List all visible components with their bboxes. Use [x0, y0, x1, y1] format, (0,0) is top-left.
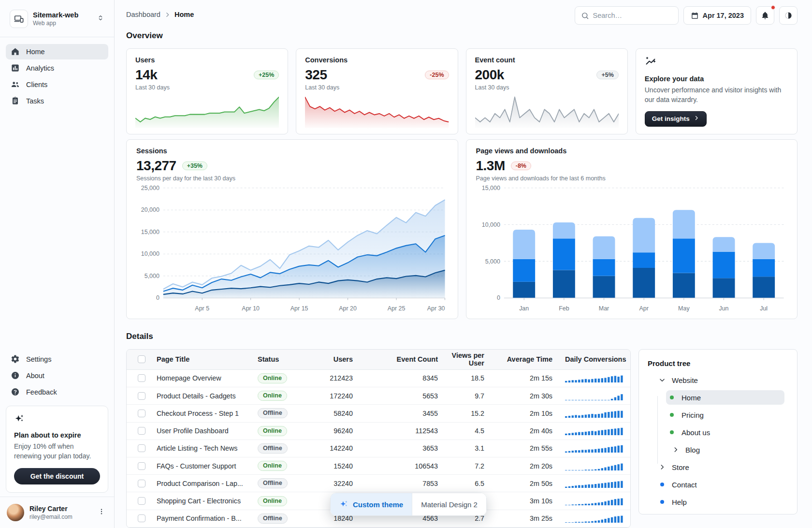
column-header[interactable]: Average Time [488, 355, 556, 363]
sidebar-item-about[interactable]: About [6, 368, 108, 383]
stat-card-conversions[interactable]: Conversions325-25%Last 30 days [296, 48, 458, 134]
cell-event-count: 8345 [357, 374, 442, 382]
dot-icon [670, 396, 674, 399]
cell-users: 212423 [328, 374, 357, 382]
cell-event-count: 3653 [357, 444, 442, 452]
chevron-right-icon [164, 12, 171, 18]
svg-text:10,000: 10,000 [481, 220, 500, 228]
cell-views-per-user: 7.2 [442, 462, 488, 470]
column-header[interactable]: Users [328, 355, 357, 363]
tree-item-label: Website [672, 376, 698, 384]
table-row[interactable]: Product Details - GadgetsOnline172240565… [127, 387, 630, 405]
row-checkbox[interactable] [138, 480, 145, 487]
row-checkbox[interactable] [138, 427, 145, 435]
tree-item-contact[interactable]: Contact [647, 476, 789, 493]
row-checkbox[interactable] [138, 497, 145, 505]
column-header[interactable]: Event Count [357, 355, 442, 363]
table-row[interactable]: Article Listing - Tech NewsOffline142240… [127, 440, 630, 457]
svg-text:15,000: 15,000 [481, 184, 500, 192]
get-insights-button[interactable]: Get insights [645, 111, 707, 127]
search-icon [581, 12, 589, 20]
sidebar-item-settings[interactable]: Settings [6, 352, 108, 367]
sidebar-item-analytics[interactable]: Analytics [6, 60, 108, 76]
table-row[interactable]: User Profile DashboardOnline962401125434… [127, 423, 630, 440]
workspace-name: Sitemark-web [33, 11, 92, 19]
get-discount-button[interactable]: Get the discount [14, 468, 100, 484]
stat-card-value: 325 [305, 67, 327, 83]
tree-item-pricing[interactable]: Pricing [647, 406, 789, 424]
stat-card-users[interactable]: Users14k+25%Last 30 days [126, 48, 288, 134]
table-row[interactable]: Homepage OverviewOnline212423834518.52m … [127, 370, 630, 387]
breadcrumb-dashboard[interactable]: Dashboard [126, 11, 160, 18]
table-row[interactable]: Checkout Process - Step 1Offline58240345… [127, 405, 630, 422]
chevron-down-icon [658, 377, 666, 383]
cell-page-title: Product Comparison - Lap... [157, 480, 245, 487]
cell-views-per-user: 15.2 [442, 410, 488, 417]
chevron-right-icon [658, 464, 666, 470]
cell-status: Online [245, 391, 328, 401]
notifications-button[interactable] [756, 6, 774, 25]
sidebar-item-label: Settings [26, 355, 51, 363]
tree-item-home[interactable]: Home [647, 389, 789, 406]
workspace-type: Web app [33, 20, 92, 27]
stat-card-sparkline [475, 94, 619, 128]
cell-page-title: Homepage Overview [157, 374, 245, 382]
cell-views-per-user: 3.1 [442, 444, 488, 452]
dot-icon [660, 500, 664, 504]
avatar [7, 504, 24, 521]
sidebar-secondary-nav: SettingsAboutFeedback [0, 345, 114, 401]
details-heading: Details [126, 332, 153, 341]
cell-users: 172240 [328, 392, 357, 400]
row-checkbox[interactable] [138, 410, 145, 417]
stat-card-caption: Last 30 days [135, 84, 279, 91]
table-row[interactable]: FAQs - Customer SupportOnline15240106543… [127, 457, 630, 475]
date-picker-button[interactable]: Apr 17, 2023 [683, 6, 751, 25]
daily-conversions-sparkbars [556, 409, 630, 418]
cell-event-count: 106543 [357, 462, 442, 470]
cell-users: 96240 [328, 427, 357, 435]
user-email: riley@email.com [29, 513, 90, 520]
theme-option-custom-theme[interactable]: Custom theme [331, 493, 412, 515]
tree-item-blog[interactable]: Blog [647, 441, 789, 458]
column-header[interactable]: Daily Conversions [556, 355, 630, 363]
select-all-checkbox[interactable] [138, 355, 145, 363]
cell-status: Online [245, 461, 328, 471]
table-row[interactable]: Product Comparison - Lap...Offline322407… [127, 475, 630, 492]
column-header[interactable]: Status [245, 355, 328, 363]
row-checkbox[interactable] [138, 462, 145, 470]
column-header[interactable]: Views per User [442, 352, 488, 367]
dot-icon [670, 413, 674, 417]
plan-expire-card: Plan about to expire Enjoy 10% off when … [6, 406, 108, 493]
sidebar-item-tasks[interactable]: Tasks [6, 93, 108, 109]
sessions-chart-card: Sessions 13,277 +35% Sessions per day fo… [126, 139, 458, 319]
cell-status: Offline [245, 443, 328, 454]
dot-icon [670, 430, 674, 434]
sidebar-item-home[interactable]: Home [6, 44, 108, 59]
sidebar-item-clients[interactable]: Clients [6, 77, 108, 92]
tree-item-store[interactable]: Store [647, 458, 789, 476]
cell-users: 32240 [328, 480, 357, 487]
sidebar-item-label: Clients [26, 81, 47, 88]
pageviews-caption: Page views and downloads for the last 6 … [476, 175, 788, 182]
row-checkbox[interactable] [138, 444, 145, 452]
cell-page-title: Payment Confirmation - B... [157, 514, 245, 522]
stat-card-event-count[interactable]: Event count200k+5%Last 30 days [466, 48, 628, 134]
chevron-right-icon [672, 446, 680, 453]
sidebar-item-feedback[interactable]: Feedback [6, 384, 108, 400]
column-header[interactable]: Page Title [157, 355, 245, 363]
workspace-selector[interactable]: Sitemark-web Web app [6, 6, 108, 32]
cell-event-count: 5653 [357, 392, 442, 400]
row-checkbox[interactable] [138, 392, 145, 400]
dots-vertical-icon[interactable] [96, 506, 107, 519]
row-checkbox[interactable] [138, 514, 145, 522]
theme-option-material-design-2[interactable]: Material Design 2 [412, 493, 486, 515]
tree-item-help[interactable]: Help [647, 493, 789, 511]
sessions-badge: +35% [182, 161, 207, 170]
theme-option-label: Custom theme [353, 500, 403, 509]
sidebar-item-label: Feedback [26, 388, 57, 396]
tree-item-website[interactable]: Website [647, 371, 789, 389]
search-input[interactable] [593, 12, 672, 19]
tree-item-about-us[interactable]: About us [647, 424, 789, 441]
dark-mode-toggle[interactable] [779, 6, 798, 25]
row-checkbox[interactable] [138, 374, 145, 382]
